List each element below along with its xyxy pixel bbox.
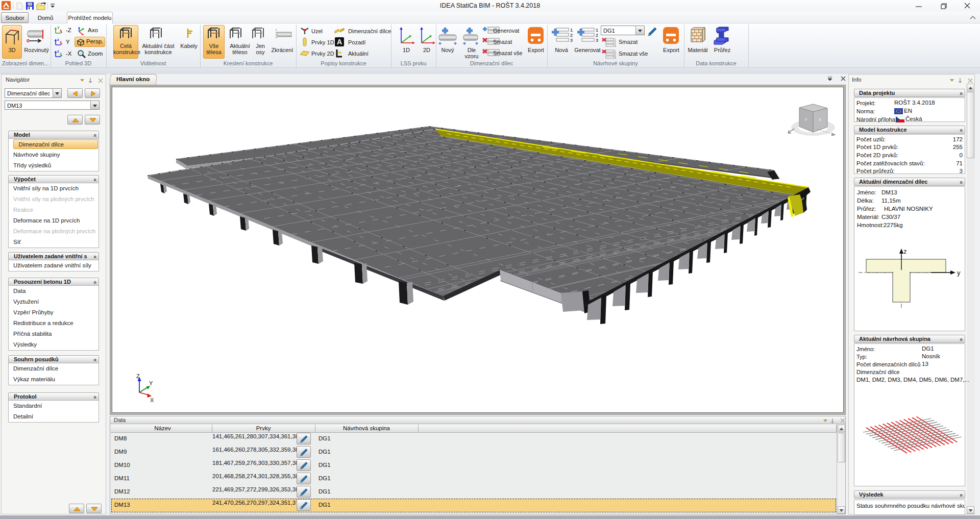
svg-text:y: y bbox=[957, 269, 961, 277]
svg-text:z: z bbox=[57, 50, 59, 53]
svg-text:z: z bbox=[903, 248, 907, 255]
svg-text:2: 2 bbox=[596, 33, 598, 38]
svg-text:2: 2 bbox=[570, 33, 573, 38]
svg-text:x: x bbox=[60, 40, 62, 44]
svg-text:Z: Z bbox=[136, 373, 140, 379]
svg-text:1: 1 bbox=[596, 28, 598, 33]
svg-text:-Y: -Y bbox=[804, 118, 807, 121]
svg-text:3: 3 bbox=[596, 38, 598, 43]
svg-text:Y: Y bbox=[149, 380, 153, 386]
svg-text:z: z bbox=[57, 38, 59, 41]
svg-text:3: 3 bbox=[614, 56, 616, 59]
svg-text:3: 3 bbox=[614, 44, 616, 47]
svg-text:3: 3 bbox=[570, 38, 573, 43]
svg-text:x: x bbox=[60, 29, 62, 32]
svg-text:1: 1 bbox=[570, 28, 573, 33]
svg-text:y: y bbox=[60, 52, 62, 56]
svg-text:X: X bbox=[819, 118, 821, 121]
svg-text:X: X bbox=[150, 397, 154, 403]
